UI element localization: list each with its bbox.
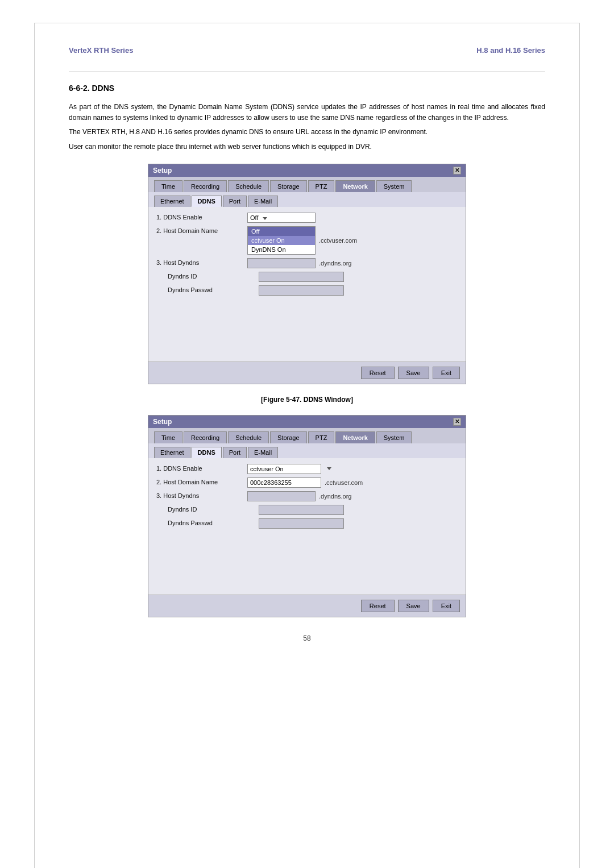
control-host-domain-1: Off cctvuser On DynDNS On .cctvuser.com	[247, 226, 458, 255]
dropdown-arrow-1	[263, 217, 267, 220]
sub-tab-ethernet-2[interactable]: Ethernet	[154, 447, 190, 458]
reset-button-1[interactable]: Reset	[361, 367, 395, 379]
tab-storage-2[interactable]: Storage	[270, 431, 307, 443]
form-row-ddns-enable-2: 1. DDNS Enable cctvuser On	[156, 464, 458, 474]
header-divider	[69, 72, 545, 72]
footer-buttons-2: Reset Save Exit	[148, 595, 466, 617]
form-row-dyndns-id-2: Dyndns ID	[156, 505, 458, 515]
form-row-host-dyndns-2: 3. Host Dyndns .dyndns.org	[156, 491, 458, 501]
close-button-1[interactable]: ✕	[453, 167, 461, 175]
sub-tabs-1: Ethernet DDNS Port E-Mail	[148, 192, 466, 207]
input-dyndns-id-2[interactable]	[259, 505, 344, 515]
label-dyndns-passwd-1: Dyndns Passwd	[168, 285, 259, 293]
control-ddns-enable-1: Off	[247, 213, 458, 223]
tab-network-2[interactable]: Network	[335, 431, 375, 443]
form-row-dyndns-id-1: Dyndns ID	[156, 272, 458, 282]
input-host-dyndns-2[interactable]	[247, 491, 316, 501]
tab-system-1[interactable]: System	[376, 180, 412, 192]
tab-storage-1[interactable]: Storage	[270, 180, 307, 192]
content-area-2: 1. DDNS Enable cctvuser On 2. Host Domai…	[148, 458, 466, 595]
form-row-host-domain-1: 2. Host Domain Name Off cctvuser On DynD…	[156, 226, 458, 255]
save-button-2[interactable]: Save	[398, 600, 429, 612]
label-dyndns-id-2: Dyndns ID	[168, 505, 259, 513]
setup-title-1: Setup	[153, 167, 172, 175]
input-host-dyndns-1[interactable]	[247, 258, 316, 268]
dd-option-off[interactable]: Off	[248, 227, 315, 236]
body-text-1: As part of the DNS system, the Dynamic D…	[69, 102, 545, 123]
footer-buttons-1: Reset Save Exit	[148, 362, 466, 384]
label-dyndns-passwd-2: Dyndns Passwd	[168, 518, 259, 526]
tab-network-1[interactable]: Network	[335, 180, 375, 192]
header-left: VerteX RTH Series	[69, 46, 133, 55]
control-host-dyndns-2: .dyndns.org	[247, 491, 458, 501]
form-row-ddns-enable-1: 1. DDNS Enable Off	[156, 213, 458, 223]
reset-button-2[interactable]: Reset	[361, 600, 395, 612]
control-dyndns-passwd-2	[259, 518, 458, 529]
control-host-dyndns-1: .dyndns.org	[247, 258, 458, 268]
tab-time-1[interactable]: Time	[154, 180, 182, 192]
sub-tabs-2: Ethernet DDNS Port E-Mail	[148, 443, 466, 458]
close-button-2[interactable]: ✕	[453, 418, 461, 426]
setup-title-2: Setup	[153, 418, 172, 426]
control-dyndns-id-1	[259, 272, 458, 282]
form-row-dyndns-passwd-1: Dyndns Passwd	[156, 285, 458, 296]
label-host-dyndns-2: 3. Host Dyndns	[156, 491, 247, 499]
sub-tab-port-1[interactable]: Port	[223, 196, 247, 207]
label-dyndns-id-1: Dyndns ID	[168, 272, 259, 280]
sub-tab-email-1[interactable]: E-Mail	[248, 196, 278, 207]
figure-caption-1: [Figure 5-47. DDNS Window]	[69, 396, 545, 404]
input-dyndns-passwd-2[interactable]	[259, 518, 344, 529]
label-ddns-enable-2: 1. DDNS Enable	[156, 464, 247, 472]
nav-tabs-2: Time Recording Schedule Storage PTZ Netw…	[148, 428, 466, 443]
input-dyndns-passwd-1[interactable]	[259, 285, 344, 296]
section-title: 6-6-2. DDNS	[69, 84, 545, 93]
tab-recording-1[interactable]: Recording	[184, 180, 227, 192]
form-row-host-domain-2: 2. Host Domain Name 000c28363255 .cctvus…	[156, 477, 458, 488]
sub-tab-ddns-1[interactable]: DDNS	[192, 196, 222, 207]
label-host-domain-2: 2. Host Domain Name	[156, 477, 247, 485]
suffix-dyndns-1: .dyndns.org	[319, 260, 351, 267]
dd-option-cctvuser[interactable]: cctvuser On	[248, 236, 315, 245]
input-dyndns-id-1[interactable]	[259, 272, 344, 282]
sub-tab-email-2[interactable]: E-Mail	[248, 447, 278, 458]
suffix-cctvuser-1: .cctvuser.com	[319, 237, 357, 244]
tab-schedule-2[interactable]: Schedule	[228, 431, 269, 443]
header-right: H.8 and H.16 Series	[476, 46, 545, 55]
body-text-2: The VERTEX RTH, H.8 AND H.16 series prov…	[69, 127, 545, 138]
content-area-1: 1. DDNS Enable Off 2. Host Domain Name O…	[148, 207, 466, 362]
exit-button-2[interactable]: Exit	[433, 600, 460, 612]
form-row-host-dyndns-1: 3. Host Dyndns .dyndns.org	[156, 258, 458, 268]
dropdown-host-domain-1[interactable]: Off cctvuser On DynDNS On	[247, 226, 316, 255]
sub-tab-port-2[interactable]: Port	[223, 447, 247, 458]
label-host-dyndns-1: 3. Host Dyndns	[156, 258, 247, 266]
form-row-dyndns-passwd-2: Dyndns Passwd	[156, 518, 458, 529]
exit-button-1[interactable]: Exit	[433, 367, 460, 379]
tab-recording-2[interactable]: Recording	[184, 431, 227, 443]
setup-window-1: Setup ✕ Time Recording Schedule Storage …	[148, 164, 466, 384]
control-host-domain-2: 000c28363255 .cctvuser.com	[247, 477, 458, 488]
dropdown-ddns-enable-1[interactable]: Off	[247, 213, 316, 223]
page-number: 58	[69, 634, 545, 642]
suffix-cctvuser-2: .cctvuser.com	[325, 479, 363, 486]
setup-window-2: Setup ✕ Time Recording Schedule Storage …	[148, 415, 466, 617]
body-text-3: User can monitor the remote place thru i…	[69, 142, 545, 152]
setup-titlebar-2: Setup ✕	[148, 416, 466, 428]
tab-system-2[interactable]: System	[376, 431, 412, 443]
label-host-domain-1: 2. Host Domain Name	[156, 226, 247, 234]
tab-ptz-1[interactable]: PTZ	[308, 180, 335, 192]
suffix-dyndns-2: .dyndns.org	[319, 493, 351, 500]
tab-ptz-2[interactable]: PTZ	[308, 431, 335, 443]
dropdown-ddns-enable-2[interactable]: cctvuser On	[247, 464, 321, 474]
label-ddns-enable-1: 1. DDNS Enable	[156, 213, 247, 221]
nav-tabs-1: Time Recording Schedule Storage PTZ Netw…	[148, 177, 466, 192]
save-button-1[interactable]: Save	[398, 367, 429, 379]
tab-time-2[interactable]: Time	[154, 431, 182, 443]
dd-option-dyndns[interactable]: DynDNS On	[248, 245, 315, 254]
setup-titlebar-1: Setup ✕	[148, 164, 466, 177]
sub-tab-ddns-2[interactable]: DDNS	[192, 447, 222, 458]
input-host-domain-2[interactable]: 000c28363255	[247, 477, 321, 488]
dropdown-arrow-2	[327, 467, 331, 470]
tab-schedule-1[interactable]: Schedule	[228, 180, 269, 192]
sub-tab-ethernet-1[interactable]: Ethernet	[154, 196, 190, 207]
page-header: VerteX RTH Series H.8 and H.16 Series	[69, 46, 545, 55]
